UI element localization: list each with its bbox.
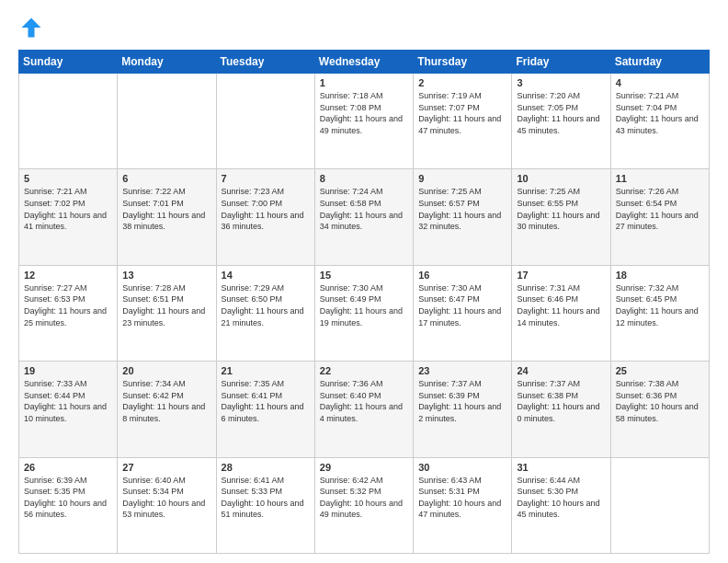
day-number: 2 <box>418 77 506 88</box>
day-header-friday: Friday <box>512 51 610 74</box>
day-number: 20 <box>122 365 210 376</box>
day-info: Sunrise: 6:43 AM Sunset: 5:31 PM Dayligh… <box>418 475 506 521</box>
day-number: 9 <box>418 173 506 184</box>
week-row-4: 19Sunrise: 7:33 AM Sunset: 6:44 PM Dayli… <box>19 362 710 457</box>
calendar-cell <box>118 74 216 169</box>
day-header-wednesday: Wednesday <box>314 51 413 74</box>
calendar-cell: 31Sunrise: 6:44 AM Sunset: 5:30 PM Dayli… <box>512 457 610 553</box>
day-info: Sunrise: 7:23 AM Sunset: 7:00 PM Dayligh… <box>222 186 310 232</box>
calendar-cell: 23Sunrise: 7:37 AM Sunset: 6:39 PM Dayli… <box>414 362 512 457</box>
day-info: Sunrise: 7:24 AM Sunset: 6:58 PM Dayligh… <box>320 186 408 232</box>
day-info: Sunrise: 6:44 AM Sunset: 5:30 PM Dayligh… <box>517 475 605 521</box>
day-number: 30 <box>418 462 506 473</box>
calendar-cell: 13Sunrise: 7:28 AM Sunset: 6:51 PM Dayli… <box>118 265 216 361</box>
calendar-cell: 28Sunrise: 6:41 AM Sunset: 5:33 PM Dayli… <box>216 457 314 553</box>
calendar-cell: 18Sunrise: 7:32 AM Sunset: 6:45 PM Dayli… <box>610 265 709 361</box>
day-number: 5 <box>24 173 112 184</box>
day-info: Sunrise: 7:36 AM Sunset: 6:40 PM Dayligh… <box>320 378 408 424</box>
calendar-cell: 9Sunrise: 7:25 AM Sunset: 6:57 PM Daylig… <box>414 169 512 265</box>
calendar-cell: 7Sunrise: 7:23 AM Sunset: 7:00 PM Daylig… <box>216 169 314 265</box>
calendar-cell: 15Sunrise: 7:30 AM Sunset: 6:49 PM Dayli… <box>314 265 413 361</box>
day-number: 15 <box>320 270 408 281</box>
day-info: Sunrise: 7:34 AM Sunset: 6:42 PM Dayligh… <box>122 378 210 424</box>
logo-icon <box>18 15 44 40</box>
day-number: 21 <box>222 365 310 376</box>
day-number: 31 <box>517 462 605 473</box>
day-info: Sunrise: 7:19 AM Sunset: 7:07 PM Dayligh… <box>418 90 506 136</box>
day-number: 10 <box>517 173 605 184</box>
calendar-cell: 5Sunrise: 7:21 AM Sunset: 7:02 PM Daylig… <box>19 169 118 265</box>
week-row-1: 1Sunrise: 7:18 AM Sunset: 7:08 PM Daylig… <box>19 74 710 169</box>
calendar-cell: 8Sunrise: 7:24 AM Sunset: 6:58 PM Daylig… <box>314 169 413 265</box>
day-info: Sunrise: 7:26 AM Sunset: 6:54 PM Dayligh… <box>616 186 704 232</box>
calendar-cell: 10Sunrise: 7:25 AM Sunset: 6:55 PM Dayli… <box>512 169 610 265</box>
day-number: 7 <box>222 173 310 184</box>
day-number: 28 <box>222 462 310 473</box>
day-info: Sunrise: 7:21 AM Sunset: 7:02 PM Dayligh… <box>24 186 112 232</box>
calendar-cell: 6Sunrise: 7:22 AM Sunset: 7:01 PM Daylig… <box>118 169 216 265</box>
day-number: 13 <box>122 270 210 281</box>
day-header-row: SundayMondayTuesdayWednesdayThursdayFrid… <box>19 51 710 74</box>
day-info: Sunrise: 7:31 AM Sunset: 6:46 PM Dayligh… <box>517 282 605 328</box>
day-info: Sunrise: 6:41 AM Sunset: 5:33 PM Dayligh… <box>222 475 310 521</box>
day-number: 19 <box>24 365 112 376</box>
calendar-cell: 14Sunrise: 7:29 AM Sunset: 6:50 PM Dayli… <box>216 265 314 361</box>
calendar-cell: 12Sunrise: 7:27 AM Sunset: 6:53 PM Dayli… <box>19 265 118 361</box>
day-number: 24 <box>517 365 605 376</box>
day-info: Sunrise: 7:32 AM Sunset: 6:45 PM Dayligh… <box>616 282 704 328</box>
calendar: SundayMondayTuesdayWednesdayThursdayFrid… <box>18 50 710 554</box>
calendar-cell: 26Sunrise: 6:39 AM Sunset: 5:35 PM Dayli… <box>19 457 118 553</box>
day-number: 25 <box>616 365 704 376</box>
calendar-cell: 2Sunrise: 7:19 AM Sunset: 7:07 PM Daylig… <box>414 74 512 169</box>
day-number: 23 <box>418 365 506 376</box>
day-info: Sunrise: 6:40 AM Sunset: 5:34 PM Dayligh… <box>122 475 210 521</box>
day-number: 17 <box>517 270 605 281</box>
day-info: Sunrise: 7:38 AM Sunset: 6:36 PM Dayligh… <box>616 378 704 424</box>
week-row-3: 12Sunrise: 7:27 AM Sunset: 6:53 PM Dayli… <box>19 265 710 361</box>
day-info: Sunrise: 7:33 AM Sunset: 6:44 PM Dayligh… <box>24 378 112 424</box>
calendar-cell <box>216 74 314 169</box>
day-info: Sunrise: 7:27 AM Sunset: 6:53 PM Dayligh… <box>24 282 112 328</box>
day-info: Sunrise: 7:37 AM Sunset: 6:38 PM Dayligh… <box>517 378 605 424</box>
day-info: Sunrise: 7:21 AM Sunset: 7:04 PM Dayligh… <box>616 90 704 136</box>
day-number: 18 <box>616 270 704 281</box>
day-info: Sunrise: 7:20 AM Sunset: 7:05 PM Dayligh… <box>517 90 605 136</box>
week-row-5: 26Sunrise: 6:39 AM Sunset: 5:35 PM Dayli… <box>19 457 710 553</box>
day-number: 22 <box>320 365 408 376</box>
day-info: Sunrise: 7:37 AM Sunset: 6:39 PM Dayligh… <box>418 378 506 424</box>
day-info: Sunrise: 6:42 AM Sunset: 5:32 PM Dayligh… <box>320 475 408 521</box>
calendar-cell: 11Sunrise: 7:26 AM Sunset: 6:54 PM Dayli… <box>610 169 709 265</box>
day-info: Sunrise: 7:30 AM Sunset: 6:47 PM Dayligh… <box>418 282 506 328</box>
calendar-cell: 4Sunrise: 7:21 AM Sunset: 7:04 PM Daylig… <box>610 74 709 169</box>
day-number: 29 <box>320 462 408 473</box>
day-number: 4 <box>616 77 704 88</box>
logo <box>18 15 46 40</box>
day-header-monday: Monday <box>118 51 216 74</box>
day-number: 12 <box>24 270 112 281</box>
calendar-cell: 24Sunrise: 7:37 AM Sunset: 6:38 PM Dayli… <box>512 362 610 457</box>
day-header-thursday: Thursday <box>414 51 512 74</box>
day-number: 8 <box>320 173 408 184</box>
day-info: Sunrise: 7:25 AM Sunset: 6:55 PM Dayligh… <box>517 186 605 232</box>
day-info: Sunrise: 7:18 AM Sunset: 7:08 PM Dayligh… <box>320 90 408 136</box>
day-number: 26 <box>24 462 112 473</box>
calendar-cell: 17Sunrise: 7:31 AM Sunset: 6:46 PM Dayli… <box>512 265 610 361</box>
calendar-cell <box>610 457 709 553</box>
calendar-cell: 1Sunrise: 7:18 AM Sunset: 7:08 PM Daylig… <box>314 74 413 169</box>
day-info: Sunrise: 7:25 AM Sunset: 6:57 PM Dayligh… <box>418 186 506 232</box>
day-number: 6 <box>122 173 210 184</box>
page: SundayMondayTuesdayWednesdayThursdayFrid… <box>0 0 728 563</box>
day-header-tuesday: Tuesday <box>216 51 314 74</box>
calendar-cell: 16Sunrise: 7:30 AM Sunset: 6:47 PM Dayli… <box>414 265 512 361</box>
calendar-cell: 22Sunrise: 7:36 AM Sunset: 6:40 PM Dayli… <box>314 362 413 457</box>
calendar-cell: 27Sunrise: 6:40 AM Sunset: 5:34 PM Dayli… <box>118 457 216 553</box>
calendar-cell: 3Sunrise: 7:20 AM Sunset: 7:05 PM Daylig… <box>512 74 610 169</box>
day-info: Sunrise: 7:28 AM Sunset: 6:51 PM Dayligh… <box>122 282 210 328</box>
day-number: 14 <box>222 270 310 281</box>
day-number: 1 <box>320 77 408 88</box>
day-header-saturday: Saturday <box>610 51 709 74</box>
calendar-cell: 25Sunrise: 7:38 AM Sunset: 6:36 PM Dayli… <box>610 362 709 457</box>
day-info: Sunrise: 7:30 AM Sunset: 6:49 PM Dayligh… <box>320 282 408 328</box>
day-header-sunday: Sunday <box>19 51 118 74</box>
header <box>18 15 710 40</box>
